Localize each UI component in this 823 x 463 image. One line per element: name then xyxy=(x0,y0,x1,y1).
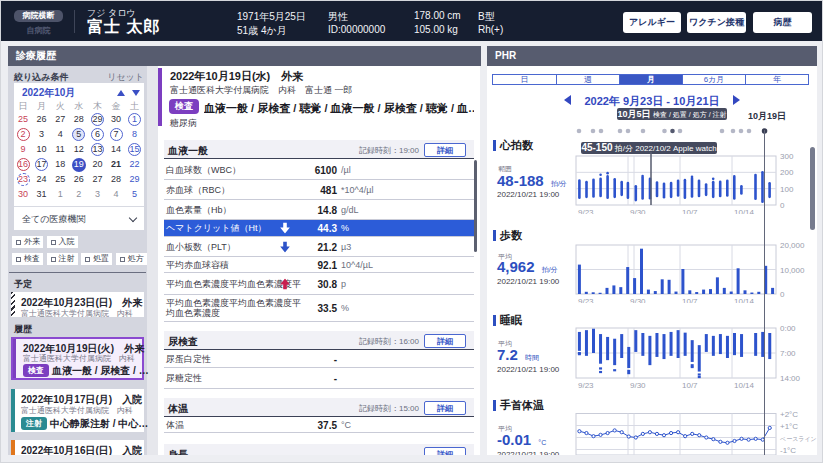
svg-text:+2°C: +2°C xyxy=(780,410,798,419)
svg-text:300: 300 xyxy=(780,152,794,161)
svg-text:10/7: 10/7 xyxy=(682,381,698,390)
svg-text:9/30: 9/30 xyxy=(630,208,646,214)
svg-text:9/30: 9/30 xyxy=(630,297,646,303)
svg-text:9/23: 9/23 xyxy=(578,381,594,390)
svg-text:14:00: 14:00 xyxy=(780,374,801,383)
svg-text:9/23: 9/23 xyxy=(578,297,594,303)
svg-text:9/30: 9/30 xyxy=(630,381,646,390)
svg-text:0: 0 xyxy=(780,290,785,299)
svg-text:10/14: 10/14 xyxy=(734,208,755,214)
svg-text:200: 200 xyxy=(780,168,794,177)
svg-text:0:00: 0:00 xyxy=(780,324,796,333)
svg-text:+1°C: +1°C xyxy=(780,422,798,431)
svg-text:ベースライン: ベースライン xyxy=(780,436,817,442)
svg-text:10/14: 10/14 xyxy=(734,297,755,303)
svg-text:10/14: 10/14 xyxy=(734,381,755,390)
svg-text:100: 100 xyxy=(780,185,794,194)
svg-text:10,000: 10,000 xyxy=(780,266,805,275)
svg-text:9/23: 9/23 xyxy=(578,208,594,214)
svg-text:-1°C: -1°C xyxy=(780,446,796,455)
svg-text:7:00: 7:00 xyxy=(780,349,796,358)
svg-text:0: 0 xyxy=(780,201,785,210)
svg-text:10/7: 10/7 xyxy=(682,208,698,214)
svg-text:20,000: 20,000 xyxy=(780,241,805,250)
svg-text:10/7: 10/7 xyxy=(682,297,698,303)
